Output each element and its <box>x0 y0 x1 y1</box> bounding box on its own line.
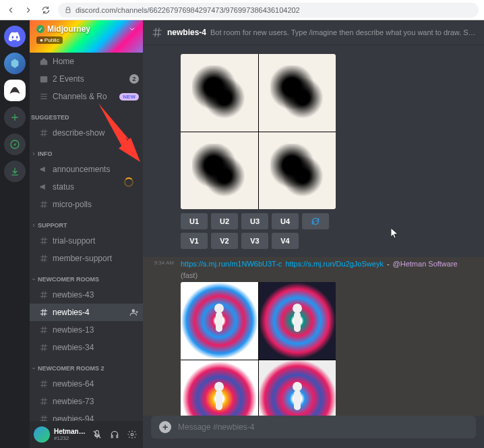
megaphone-icon <box>39 182 49 192</box>
channel-describe-show[interactable]: describe-show <box>30 124 143 142</box>
category-suggested[interactable]: SUGGESTED <box>30 111 143 124</box>
hash-icon <box>39 397 49 406</box>
svg-rect-1 <box>40 76 48 82</box>
timestamp: 9:34 AM <box>147 260 174 266</box>
browser-chrome: discord.com/channels/662267976984297473/… <box>0 0 484 20</box>
link[interactable]: https://s.mj.run/Du2gJoSweyk <box>285 260 384 268</box>
mention[interactable]: @Hetman Software <box>393 260 458 268</box>
nav-events[interactable]: 2 Events2 <box>30 70 143 88</box>
category-newcomer[interactable]: NEWCOMER ROOMS <box>30 273 143 286</box>
guild-midjourney[interactable] <box>4 80 26 101</box>
category-newcomer2[interactable]: NEWCOMER ROOMS 2 <box>30 362 143 375</box>
add-server-button[interactable] <box>4 107 26 128</box>
events-badge: 2 <box>129 74 139 84</box>
channel-member-support[interactable]: member-support <box>30 250 143 267</box>
download-button[interactable] <box>4 161 26 182</box>
forward-button[interactable] <box>23 5 34 16</box>
message-input[interactable]: + Message #newbies-4 <box>151 416 476 439</box>
channel-newbies-34[interactable]: newbies-34 <box>30 339 143 356</box>
user-panel: Hetman S... #1232 <box>30 421 143 448</box>
image-grid[interactable] <box>181 54 336 209</box>
v4-button[interactable]: V4 <box>272 233 299 249</box>
channel-newbies-43[interactable]: newbies-43 <box>30 286 143 304</box>
image-cell <box>181 54 258 132</box>
nav-channels-roles[interactable]: Channels & RoNEW <box>30 88 143 105</box>
u4-button[interactable]: U4 <box>272 213 299 229</box>
deafen-button[interactable] <box>108 428 121 441</box>
message-highlighted: 9:34 AM https://s.mj.run/m1NW6bU3T-c htt… <box>143 257 484 416</box>
channel-trial-support[interactable]: trial-support <box>30 232 143 250</box>
reroll-icon <box>311 217 320 226</box>
image-cell <box>181 282 258 360</box>
chevron-down-icon <box>31 366 36 371</box>
v3-button[interactable]: V3 <box>241 233 268 249</box>
hash-icon <box>39 200 49 209</box>
message-list[interactable]: U1 U2 U3 U4 V1 V2 V3 V4 9:34 AM <box>143 45 484 416</box>
u3-button[interactable]: U3 <box>241 213 268 229</box>
explore-button[interactable] <box>4 134 26 155</box>
image-cell <box>181 360 258 416</box>
hash-icon <box>39 128 49 138</box>
channel-announcements[interactable]: announcements <box>30 161 143 178</box>
add-person-icon[interactable] <box>129 308 139 317</box>
input-placeholder: Message #newbies-4 <box>178 422 254 432</box>
loading-spinner <box>124 177 133 187</box>
hash-icon <box>39 254 49 263</box>
image-cell <box>259 54 336 132</box>
home-icon <box>39 57 49 66</box>
guild-sidebar <box>0 20 30 448</box>
reroll-button[interactable] <box>302 213 329 229</box>
message-content-line: https://s.mj.run/m1NW6bU3T-c https://s.m… <box>181 260 476 279</box>
image-cell <box>259 360 336 416</box>
channel-micro-polls[interactable]: micro-polls <box>30 196 143 213</box>
channel-list[interactable]: Home 2 Events2 Channels & RoNEW SUGGESTE… <box>30 53 143 421</box>
chevron-down-icon <box>31 277 36 282</box>
new-badge: NEW <box>119 93 139 101</box>
channel-topic: Bot room for new users. Type /imagine th… <box>210 28 476 36</box>
chat-area: newbies-4 Bot room for new users. Type /… <box>143 20 484 448</box>
category-info[interactable]: INFO <box>30 147 143 161</box>
channel-header: newbies-4 Bot room for new users. Type /… <box>143 20 484 45</box>
message-input-area: + Message #newbies-4 <box>143 416 484 448</box>
hash-icon <box>39 290 49 300</box>
user-avatar[interactable] <box>34 426 50 443</box>
server-name: Midjourney <box>47 24 90 34</box>
u1-button[interactable]: U1 <box>181 213 208 229</box>
svg-point-3 <box>131 433 133 436</box>
message: U1 U2 U3 U4 V1 V2 V3 V4 <box>143 50 484 250</box>
v1-button[interactable]: V1 <box>181 233 208 249</box>
hash-icon <box>39 343 49 352</box>
u2-button[interactable]: U2 <box>211 213 238 229</box>
public-badge: ● Public <box>36 36 63 44</box>
channel-newbies-64[interactable]: newbies-64 <box>30 375 143 393</box>
image-cell <box>259 282 336 360</box>
image-grid[interactable] <box>181 282 336 416</box>
category-support[interactable]: SUPPORT <box>30 219 143 232</box>
mode-label: (fast) <box>181 271 198 279</box>
link[interactable]: https://s.mj.run/m1NW6bU3T-c <box>181 260 282 268</box>
channel-newbies-13[interactable]: newbies-13 <box>30 321 143 339</box>
image-cell <box>259 132 336 210</box>
back-button[interactable] <box>5 5 16 16</box>
verified-icon: ✓ <box>36 25 44 33</box>
address-bar[interactable]: discord.com/channels/662267976984297473/… <box>58 3 479 18</box>
server-header[interactable]: ✓Midjourney ● Public <box>30 20 143 53</box>
v2-button[interactable]: V2 <box>211 233 238 249</box>
discord-home-button[interactable] <box>4 26 26 47</box>
nav-home[interactable]: Home <box>30 53 143 70</box>
list-icon <box>39 92 49 101</box>
channel-newbies-94[interactable]: newbies-94 <box>30 410 143 421</box>
chevron-down-icon <box>128 25 136 33</box>
user-info[interactable]: Hetman S... #1232 <box>54 428 86 441</box>
mute-button[interactable] <box>90 428 104 441</box>
chevron-right-icon <box>31 223 36 228</box>
reload-button[interactable] <box>40 5 51 16</box>
channel-newbies-73[interactable]: newbies-73 <box>30 393 143 410</box>
guild-item[interactable] <box>4 53 26 74</box>
settings-button[interactable] <box>125 428 139 441</box>
channel-newbies-4[interactable]: newbies-4 <box>30 304 143 321</box>
hash-icon <box>39 325 49 335</box>
hash-icon <box>39 308 49 317</box>
hash-icon <box>39 379 49 389</box>
attach-button[interactable]: + <box>159 421 171 433</box>
